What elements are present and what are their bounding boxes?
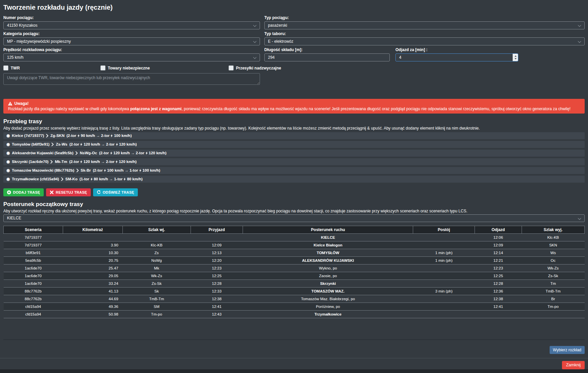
route-params: (2-tor 90 km/h → 2-tor 100 km/h) — [66, 134, 132, 138]
timetable-cell: Oc — [522, 256, 584, 264]
checkbox-box[interactable] — [229, 65, 234, 70]
route-item[interactable]: ◉Trzymałkowice (cfd15a94)SM-Ko(1-tor 80 … — [3, 176, 585, 183]
checkbox-label: TWR — [11, 66, 20, 70]
checkbox-twr[interactable]: TWR — [3, 65, 100, 70]
timetable-cell — [475, 310, 522, 318]
target-icon: ◉ — [6, 160, 10, 164]
select-value: pasażerski — [268, 23, 287, 28]
timetable-cell: cfd15a94 — [4, 303, 63, 310]
warning-alert: Uwaga! Rozkład jazdy dla pociągu należy … — [3, 99, 585, 114]
timetable-cell: Tm — [522, 279, 584, 287]
timetable-cell: TmB-Tm — [522, 287, 584, 295]
route-section-heading: Przebieg trasy — [3, 118, 585, 125]
route-item[interactable]: ◉Kielce (7d719377)Zg-SKN(2-tor 90 km/h →… — [3, 132, 585, 139]
timetable-cell: Poróżniew, po — [243, 303, 413, 310]
route-params: (2-tor 120 km/h → 2-tor 120 km/h) — [69, 160, 137, 164]
electrified-icon — [104, 169, 106, 172]
timetable-cell: 88c7762b — [4, 295, 63, 303]
alert-title: Uwaga! — [14, 101, 29, 106]
choose-timetable-button[interactable]: Wybierz rozkład — [550, 346, 585, 354]
timetable-cell: 3.90 — [63, 241, 122, 249]
route-list: ◉Kielce (7d719377)Zg-SKN(2-tor 90 km/h →… — [3, 132, 585, 183]
route-name: Zs-Ws — [56, 142, 67, 146]
column-header: Odjazd — [475, 226, 522, 233]
timetable-body: 7d719377KIELCE12:06Klc-KB7d7193773.90Klc… — [4, 233, 585, 318]
typ-pociagu-select[interactable]: pasażerski — [264, 21, 585, 29]
timetable-cell: Klc-KB — [122, 241, 191, 249]
select-value: KIELCE — [7, 216, 21, 220]
chevron-right-icon — [51, 143, 54, 146]
timetable-cell: Zaosie, po — [243, 272, 413, 279]
checkbox-box[interactable] — [100, 65, 105, 70]
column-header: Szlak wyj. — [522, 226, 584, 233]
reset-route-button[interactable]: RESETUJ TRASĘ — [46, 188, 91, 196]
route-station: Aleksandrów Kujawski (5ea9fc5b) — [12, 151, 73, 155]
alert-text: Rozkład jazdy dla pociągu należy wystawi… — [8, 106, 580, 112]
route-buttons-row: DODAJ TRASĘ RESETUJ TRASĘ ODŚWIEŻ TRASĘ — [3, 188, 585, 196]
dlugosc-skladu-label: Długość składu [m]: — [264, 47, 390, 52]
timetable-row: 7d719377KIELCE12:06Klc-KB — [4, 233, 585, 241]
timetable-cell: NsWg — [122, 256, 191, 264]
timetable-cell: 12:21 — [475, 256, 522, 264]
number-spinner[interactable] — [513, 54, 518, 61]
column-header: Przyjazd — [191, 226, 243, 233]
route-station: Kielce (7d719377) — [12, 134, 44, 138]
timetable-cell: b6ff3e91 — [4, 249, 63, 256]
close-button[interactable]: Zamknij — [562, 361, 585, 369]
cargo-flags-row: TWR Towary niebezpieczne Przesyłki nadzw… — [3, 65, 585, 70]
dlugosc-skladu-input[interactable] — [264, 53, 390, 61]
checkbox-box[interactable] — [3, 65, 8, 70]
timetable-cell: 44.69 — [63, 295, 122, 303]
electrified-icon — [116, 143, 118, 146]
kategoria-pociagu-label: Kategoria pociągu: — [3, 31, 260, 36]
timetable-cell: 7d719377 — [4, 233, 63, 241]
spinner-down-icon[interactable] — [515, 58, 517, 59]
select-value: E - elektrowóz — [268, 39, 293, 44]
electrified-icon — [110, 151, 112, 155]
route-item[interactable]: ◉Aleksandrów Kujawski (5ea9fc5b)NsWg-Oc(… — [3, 150, 585, 157]
timetable-cell: Wk-Zs — [522, 264, 584, 272]
spinner-up-icon[interactable] — [515, 55, 517, 57]
route-item[interactable]: ◉Tomaszów Mazowiecki (88c7762b)Sk-Br(2-t… — [3, 167, 585, 174]
add-route-button[interactable]: DODAJ TRASĘ — [3, 188, 44, 196]
timetable-cell: 1ac6de70 — [4, 272, 63, 279]
timetable-cell: Wk-Zs — [122, 272, 191, 279]
timetable-cell: Zs-Sk — [522, 272, 584, 279]
route-station: Tomysłów (b6ff3e91) — [12, 142, 49, 146]
timetable-cell — [122, 233, 191, 241]
checkbox-towary-niebezpieczne[interactable]: Towary niebezpieczne — [100, 65, 229, 70]
typ-taboru-select[interactable]: E - elektrowóz — [264, 37, 585, 45]
route-item[interactable]: ◉Tomysłów (b6ff3e91)Zs-Ws(2-tor 120 km/h… — [3, 141, 585, 148]
content-bottom-divider — [3, 318, 585, 340]
warning-icon — [8, 102, 12, 106]
chevron-down-icon — [253, 24, 257, 27]
timetable-cell: 29.05 — [63, 272, 122, 279]
numer-pociagu-select[interactable]: 41150 Kryszakos — [3, 21, 260, 29]
timetable-cell: 12:41 — [191, 303, 243, 310]
start-station-select[interactable]: KIELCE — [3, 214, 585, 222]
refresh-route-button[interactable]: ODŚWIEŻ TRASĘ — [93, 188, 138, 196]
numer-pociagu-label: Numer pociągu: — [3, 15, 260, 20]
odjazd-za-label: Odjazd za [min] : — [395, 47, 518, 52]
route-params: (2-tor 100 km/h → 1-tor 100 km/h) — [93, 168, 160, 172]
electrified-icon — [80, 143, 82, 146]
odjazd-za-input[interactable] — [395, 53, 518, 61]
kategoria-pociagu-select[interactable]: MP - międzywojewódzki pospieszny — [3, 37, 260, 45]
target-icon: ◉ — [6, 134, 10, 138]
uwagi-textarea[interactable] — [3, 73, 260, 85]
electrified-icon — [115, 160, 118, 164]
timetable-cell: 5ea9fc5b — [4, 256, 63, 264]
timetable-cell: 88c7762b — [4, 287, 63, 295]
chevron-right-icon — [50, 160, 53, 164]
predkosc-select[interactable]: 125 km/h — [3, 53, 260, 61]
timetable-cell: ALEKSANDRÓW KUJAWSKI — [243, 256, 413, 264]
timetable-cell: Tm-po — [122, 310, 191, 318]
chevron-right-icon — [75, 151, 78, 155]
timetable-cell: 7d719377 — [4, 241, 63, 249]
checkbox-przesylki-nadzwyczajne[interactable]: Przesyłki nadzwyczajne — [229, 65, 281, 70]
route-item[interactable]: ◉Skrzynki (1ac6de70)Mk-Tm(2-tor 120 km/h… — [3, 158, 585, 165]
typ-pociagu-label: Typ pociągu: — [264, 15, 585, 20]
timetable-cell: Ws — [522, 249, 584, 256]
timetable-cell: Kielce Białogon — [243, 241, 413, 249]
plus-circle-icon — [7, 190, 11, 194]
